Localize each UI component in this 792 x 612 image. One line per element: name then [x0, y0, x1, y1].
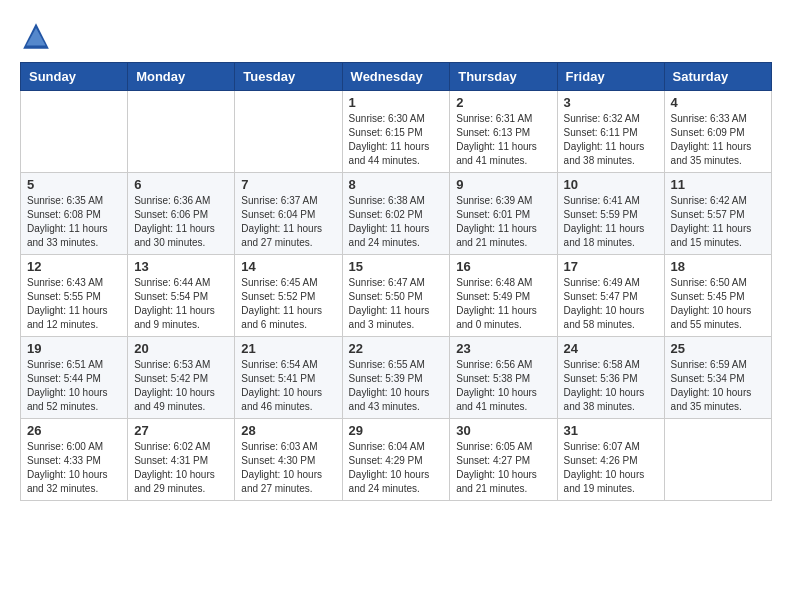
day-number: 17	[564, 259, 658, 274]
calendar-cell: 1Sunrise: 6:30 AM Sunset: 6:15 PM Daylig…	[342, 91, 450, 173]
day-info: Sunrise: 6:03 AM Sunset: 4:30 PM Dayligh…	[241, 440, 335, 496]
day-info: Sunrise: 6:50 AM Sunset: 5:45 PM Dayligh…	[671, 276, 765, 332]
calendar-week-row: 26Sunrise: 6:00 AM Sunset: 4:33 PM Dayli…	[21, 419, 772, 501]
calendar-cell	[235, 91, 342, 173]
day-of-week-header: Saturday	[664, 63, 771, 91]
day-info: Sunrise: 6:33 AM Sunset: 6:09 PM Dayligh…	[671, 112, 765, 168]
calendar-cell	[664, 419, 771, 501]
day-number: 22	[349, 341, 444, 356]
day-info: Sunrise: 6:47 AM Sunset: 5:50 PM Dayligh…	[349, 276, 444, 332]
day-info: Sunrise: 6:45 AM Sunset: 5:52 PM Dayligh…	[241, 276, 335, 332]
day-number: 18	[671, 259, 765, 274]
day-info: Sunrise: 6:38 AM Sunset: 6:02 PM Dayligh…	[349, 194, 444, 250]
day-info: Sunrise: 6:56 AM Sunset: 5:38 PM Dayligh…	[456, 358, 550, 414]
day-number: 24	[564, 341, 658, 356]
calendar-cell: 31Sunrise: 6:07 AM Sunset: 4:26 PM Dayli…	[557, 419, 664, 501]
day-info: Sunrise: 6:43 AM Sunset: 5:55 PM Dayligh…	[27, 276, 121, 332]
logo	[20, 20, 56, 52]
day-of-week-header: Tuesday	[235, 63, 342, 91]
day-number: 30	[456, 423, 550, 438]
calendar-cell: 20Sunrise: 6:53 AM Sunset: 5:42 PM Dayli…	[128, 337, 235, 419]
calendar-cell: 24Sunrise: 6:58 AM Sunset: 5:36 PM Dayli…	[557, 337, 664, 419]
calendar-cell: 23Sunrise: 6:56 AM Sunset: 5:38 PM Dayli…	[450, 337, 557, 419]
calendar-cell: 27Sunrise: 6:02 AM Sunset: 4:31 PM Dayli…	[128, 419, 235, 501]
calendar-cell: 17Sunrise: 6:49 AM Sunset: 5:47 PM Dayli…	[557, 255, 664, 337]
day-info: Sunrise: 6:37 AM Sunset: 6:04 PM Dayligh…	[241, 194, 335, 250]
day-info: Sunrise: 6:49 AM Sunset: 5:47 PM Dayligh…	[564, 276, 658, 332]
calendar-cell: 25Sunrise: 6:59 AM Sunset: 5:34 PM Dayli…	[664, 337, 771, 419]
calendar-cell: 9Sunrise: 6:39 AM Sunset: 6:01 PM Daylig…	[450, 173, 557, 255]
calendar-week-row: 19Sunrise: 6:51 AM Sunset: 5:44 PM Dayli…	[21, 337, 772, 419]
calendar-week-row: 1Sunrise: 6:30 AM Sunset: 6:15 PM Daylig…	[21, 91, 772, 173]
calendar-cell: 14Sunrise: 6:45 AM Sunset: 5:52 PM Dayli…	[235, 255, 342, 337]
calendar-cell: 16Sunrise: 6:48 AM Sunset: 5:49 PM Dayli…	[450, 255, 557, 337]
calendar-cell	[128, 91, 235, 173]
calendar-cell: 3Sunrise: 6:32 AM Sunset: 6:11 PM Daylig…	[557, 91, 664, 173]
day-number: 21	[241, 341, 335, 356]
calendar-cell: 7Sunrise: 6:37 AM Sunset: 6:04 PM Daylig…	[235, 173, 342, 255]
calendar-cell: 26Sunrise: 6:00 AM Sunset: 4:33 PM Dayli…	[21, 419, 128, 501]
day-info: Sunrise: 6:51 AM Sunset: 5:44 PM Dayligh…	[27, 358, 121, 414]
calendar-week-row: 12Sunrise: 6:43 AM Sunset: 5:55 PM Dayli…	[21, 255, 772, 337]
day-number: 12	[27, 259, 121, 274]
day-info: Sunrise: 6:32 AM Sunset: 6:11 PM Dayligh…	[564, 112, 658, 168]
day-number: 8	[349, 177, 444, 192]
day-info: Sunrise: 6:36 AM Sunset: 6:06 PM Dayligh…	[134, 194, 228, 250]
day-info: Sunrise: 6:59 AM Sunset: 5:34 PM Dayligh…	[671, 358, 765, 414]
day-number: 29	[349, 423, 444, 438]
day-info: Sunrise: 6:02 AM Sunset: 4:31 PM Dayligh…	[134, 440, 228, 496]
day-info: Sunrise: 6:04 AM Sunset: 4:29 PM Dayligh…	[349, 440, 444, 496]
day-info: Sunrise: 6:31 AM Sunset: 6:13 PM Dayligh…	[456, 112, 550, 168]
day-number: 31	[564, 423, 658, 438]
calendar-week-row: 5Sunrise: 6:35 AM Sunset: 6:08 PM Daylig…	[21, 173, 772, 255]
day-number: 13	[134, 259, 228, 274]
day-number: 7	[241, 177, 335, 192]
day-info: Sunrise: 6:39 AM Sunset: 6:01 PM Dayligh…	[456, 194, 550, 250]
day-number: 14	[241, 259, 335, 274]
day-number: 6	[134, 177, 228, 192]
day-number: 28	[241, 423, 335, 438]
calendar-header-row: SundayMondayTuesdayWednesdayThursdayFrid…	[21, 63, 772, 91]
day-number: 16	[456, 259, 550, 274]
day-number: 1	[349, 95, 444, 110]
calendar-cell: 21Sunrise: 6:54 AM Sunset: 5:41 PM Dayli…	[235, 337, 342, 419]
day-info: Sunrise: 6:00 AM Sunset: 4:33 PM Dayligh…	[27, 440, 121, 496]
day-info: Sunrise: 6:44 AM Sunset: 5:54 PM Dayligh…	[134, 276, 228, 332]
day-number: 3	[564, 95, 658, 110]
calendar-cell: 11Sunrise: 6:42 AM Sunset: 5:57 PM Dayli…	[664, 173, 771, 255]
day-of-week-header: Monday	[128, 63, 235, 91]
day-info: Sunrise: 6:54 AM Sunset: 5:41 PM Dayligh…	[241, 358, 335, 414]
day-number: 26	[27, 423, 121, 438]
day-number: 27	[134, 423, 228, 438]
calendar-cell: 30Sunrise: 6:05 AM Sunset: 4:27 PM Dayli…	[450, 419, 557, 501]
day-of-week-header: Wednesday	[342, 63, 450, 91]
calendar-cell: 5Sunrise: 6:35 AM Sunset: 6:08 PM Daylig…	[21, 173, 128, 255]
day-info: Sunrise: 6:55 AM Sunset: 5:39 PM Dayligh…	[349, 358, 444, 414]
day-number: 11	[671, 177, 765, 192]
day-info: Sunrise: 6:41 AM Sunset: 5:59 PM Dayligh…	[564, 194, 658, 250]
calendar-cell: 6Sunrise: 6:36 AM Sunset: 6:06 PM Daylig…	[128, 173, 235, 255]
calendar-cell: 8Sunrise: 6:38 AM Sunset: 6:02 PM Daylig…	[342, 173, 450, 255]
day-number: 15	[349, 259, 444, 274]
calendar-cell: 2Sunrise: 6:31 AM Sunset: 6:13 PM Daylig…	[450, 91, 557, 173]
day-info: Sunrise: 6:42 AM Sunset: 5:57 PM Dayligh…	[671, 194, 765, 250]
calendar-cell: 10Sunrise: 6:41 AM Sunset: 5:59 PM Dayli…	[557, 173, 664, 255]
calendar-cell: 29Sunrise: 6:04 AM Sunset: 4:29 PM Dayli…	[342, 419, 450, 501]
day-info: Sunrise: 6:07 AM Sunset: 4:26 PM Dayligh…	[564, 440, 658, 496]
page-header	[20, 20, 772, 52]
calendar-cell: 13Sunrise: 6:44 AM Sunset: 5:54 PM Dayli…	[128, 255, 235, 337]
day-number: 20	[134, 341, 228, 356]
day-number: 19	[27, 341, 121, 356]
day-number: 2	[456, 95, 550, 110]
calendar-cell: 4Sunrise: 6:33 AM Sunset: 6:09 PM Daylig…	[664, 91, 771, 173]
day-of-week-header: Friday	[557, 63, 664, 91]
calendar-cell: 12Sunrise: 6:43 AM Sunset: 5:55 PM Dayli…	[21, 255, 128, 337]
calendar-cell: 22Sunrise: 6:55 AM Sunset: 5:39 PM Dayli…	[342, 337, 450, 419]
day-info: Sunrise: 6:05 AM Sunset: 4:27 PM Dayligh…	[456, 440, 550, 496]
calendar-cell: 28Sunrise: 6:03 AM Sunset: 4:30 PM Dayli…	[235, 419, 342, 501]
calendar-cell: 18Sunrise: 6:50 AM Sunset: 5:45 PM Dayli…	[664, 255, 771, 337]
day-number: 4	[671, 95, 765, 110]
calendar-table: SundayMondayTuesdayWednesdayThursdayFrid…	[20, 62, 772, 501]
day-info: Sunrise: 6:48 AM Sunset: 5:49 PM Dayligh…	[456, 276, 550, 332]
day-of-week-header: Thursday	[450, 63, 557, 91]
